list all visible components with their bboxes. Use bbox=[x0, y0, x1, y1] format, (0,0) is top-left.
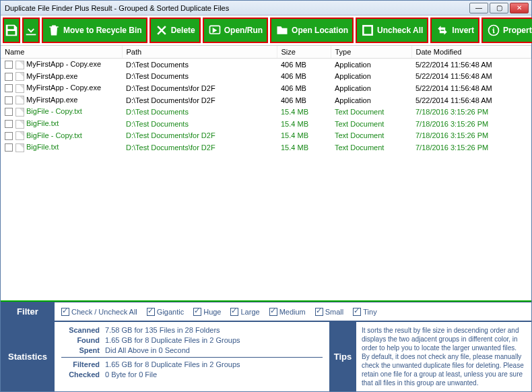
file-type: Application bbox=[331, 82, 411, 94]
row-checkbox[interactable] bbox=[5, 143, 13, 152]
save-icon bbox=[4, 23, 19, 38]
table-row[interactable]: BigFile - Copy.txtD:\Test Documents15.4 … bbox=[1, 106, 531, 118]
file-size: 15.4 MB bbox=[277, 106, 331, 118]
open-run-button[interactable]: Open/Run bbox=[203, 18, 268, 43]
stat-value: 1.65 GB for 8 Duplicate Files in 2 Group… bbox=[105, 360, 240, 368]
row-checkbox[interactable] bbox=[5, 132, 13, 140]
checkbox-icon bbox=[269, 308, 277, 316]
file-size: 406 MB bbox=[277, 82, 331, 94]
filter-option[interactable]: Tiny bbox=[353, 308, 376, 316]
file-list[interactable]: Name Path Size Type Date Modified MyFirs… bbox=[1, 46, 531, 300]
button-label: Open/Run bbox=[224, 26, 263, 35]
row-checkbox[interactable] bbox=[5, 84, 13, 92]
file-type: Text Document bbox=[331, 118, 411, 130]
info-icon bbox=[487, 24, 500, 37]
row-checkbox[interactable] bbox=[5, 96, 13, 104]
svg-rect-1 bbox=[363, 26, 372, 34]
file-size: 406 MB bbox=[277, 94, 331, 106]
uncheck-all-button[interactable]: Uncheck All bbox=[356, 18, 428, 43]
table-row[interactable]: MyFirstApp.exeD:\Test Documents406 MBApp… bbox=[1, 71, 531, 83]
file-path: D:\Test Documents\for D2F bbox=[122, 130, 277, 142]
file-name: BigFile - Copy.txt bbox=[26, 107, 82, 115]
save-button[interactable] bbox=[3, 18, 20, 43]
button-label: Properties bbox=[503, 26, 532, 35]
button-label: Uncheck All bbox=[377, 26, 423, 35]
col-date[interactable]: Date Modified bbox=[411, 46, 531, 59]
col-size[interactable]: Size bbox=[277, 46, 331, 59]
table-row[interactable]: MyFirstApp - Copy.exeD:\Test Documents\f… bbox=[1, 82, 531, 94]
statistics-label: Statistics bbox=[1, 322, 55, 391]
file-size: 406 MB bbox=[277, 71, 331, 83]
table-row[interactable]: BigFile.txtD:\Test Documents\for D2F15.4… bbox=[1, 141, 531, 154]
open-location-button[interactable]: Open Location bbox=[270, 18, 354, 43]
maximize-button[interactable]: ▢ bbox=[490, 3, 508, 13]
invert-button[interactable]: Invert bbox=[430, 18, 479, 43]
file-type: Application bbox=[331, 71, 411, 83]
filter-option[interactable]: Small bbox=[315, 308, 344, 316]
stat-label: Found bbox=[61, 336, 105, 344]
table-row[interactable]: BigFile.txtD:\Test Documents15.4 MBText … bbox=[1, 118, 531, 130]
filter-options: Check / Uncheck All GiganticHugeLargeMed… bbox=[55, 305, 531, 319]
button-label: Move to Recycle Bin bbox=[63, 26, 142, 35]
bottom-row: Statistics Scanned7.58 GB for 135 Files … bbox=[1, 321, 531, 391]
file-type: Application bbox=[331, 59, 411, 71]
delete-button[interactable]: Delete bbox=[149, 18, 201, 43]
close-button[interactable]: ✕ bbox=[510, 3, 529, 13]
trash-icon bbox=[47, 24, 61, 37]
file-type: Text Document bbox=[331, 141, 411, 154]
filter-option[interactable]: Gigantic bbox=[147, 308, 184, 316]
file-size: 15.4 MB bbox=[277, 141, 331, 154]
stat-label: Scanned bbox=[61, 326, 105, 334]
stat-value: 7.58 GB for 135 Files in 28 Folders bbox=[105, 326, 220, 334]
table-row[interactable]: BigFile - Copy.txtD:\Test Documents\for … bbox=[1, 130, 531, 142]
filter-checkall[interactable]: Check / Uncheck All bbox=[61, 308, 137, 316]
file-size: 406 MB bbox=[277, 59, 331, 71]
properties-button[interactable]: Properties bbox=[481, 18, 532, 43]
row-checkbox[interactable] bbox=[5, 61, 13, 69]
table-row[interactable]: MyFirstApp - Copy.exeD:\Test Documents40… bbox=[1, 59, 531, 71]
file-name: MyFirstApp.exe bbox=[26, 96, 77, 104]
export-button[interactable] bbox=[22, 18, 40, 43]
col-name[interactable]: Name bbox=[1, 46, 122, 59]
checkbox-icon bbox=[315, 308, 323, 316]
file-path: D:\Test Documents\for D2F bbox=[122, 94, 277, 106]
file-date: 7/18/2016 3:15:26 PM bbox=[411, 106, 531, 118]
invert-icon bbox=[436, 24, 449, 37]
button-label: Open Location bbox=[292, 26, 348, 35]
col-path[interactable]: Path bbox=[122, 46, 277, 59]
file-date: 5/22/2014 11:56:48 AM bbox=[411, 59, 531, 71]
window-controls: — ▢ ✕ bbox=[469, 3, 529, 13]
row-checkbox[interactable] bbox=[5, 73, 13, 81]
window-title: Duplicate File Finder Plus Result - Grou… bbox=[3, 4, 469, 12]
footer: Filter Check / Uncheck All GiganticHugeL… bbox=[1, 300, 531, 391]
file-path: D:\Test Documents bbox=[122, 118, 277, 130]
file-type: Text Document bbox=[331, 130, 411, 142]
titlebar: Duplicate File Finder Plus Result - Grou… bbox=[1, 1, 531, 15]
table-row[interactable]: MyFirstApp.exeD:\Test Documents\for D2F4… bbox=[1, 94, 531, 106]
row-checkbox[interactable] bbox=[5, 108, 13, 116]
file-path: D:\Test Documents\for D2F bbox=[122, 82, 277, 94]
checkbox-icon bbox=[230, 308, 238, 316]
file-size: 15.4 MB bbox=[277, 118, 331, 130]
file-icon bbox=[15, 108, 24, 117]
filter-option[interactable]: Large bbox=[230, 308, 259, 316]
filter-option[interactable]: Huge bbox=[193, 308, 221, 316]
statistics-body: Scanned7.58 GB for 135 Files in 28 Folde… bbox=[55, 322, 329, 391]
file-size: 15.4 MB bbox=[277, 130, 331, 142]
file-name: BigFile.txt bbox=[26, 119, 59, 127]
filter-option[interactable]: Medium bbox=[269, 308, 306, 316]
col-type[interactable]: Type bbox=[331, 46, 411, 59]
file-name: MyFirstApp.exe bbox=[26, 72, 77, 80]
run-icon bbox=[208, 24, 222, 37]
file-icon bbox=[15, 61, 24, 69]
file-icon bbox=[15, 96, 24, 104]
file-icon bbox=[15, 72, 24, 81]
minimize-button[interactable]: — bbox=[469, 3, 488, 13]
button-label: Delete bbox=[171, 26, 195, 35]
x-icon bbox=[155, 24, 168, 37]
file-date: 5/22/2014 11:56:48 AM bbox=[411, 71, 531, 83]
folder-icon bbox=[275, 24, 289, 37]
row-checkbox[interactable] bbox=[5, 120, 13, 128]
move-to-recycle-button[interactable]: Move to Recycle Bin bbox=[42, 18, 147, 43]
file-path: D:\Test Documents bbox=[122, 106, 277, 118]
